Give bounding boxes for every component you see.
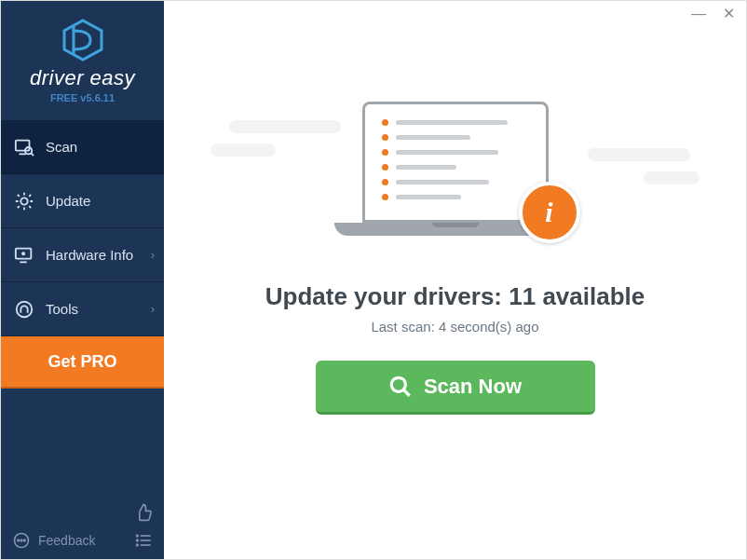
nav-item-hardware-info[interactable]: Hardware Info › bbox=[1, 228, 164, 282]
main-panel: i Update your drivers: 11 available Last… bbox=[164, 27, 746, 559]
search-icon bbox=[388, 375, 413, 399]
tools-icon bbox=[14, 299, 34, 320]
svg-point-12 bbox=[17, 301, 33, 317]
feedback-button[interactable]: Feedback bbox=[12, 531, 95, 550]
scan-now-label: Scan Now bbox=[424, 375, 522, 399]
scan-now-button[interactable]: Scan Now bbox=[316, 361, 595, 415]
thumbs-up-icon[interactable] bbox=[134, 503, 153, 522]
decorative-cloud bbox=[588, 148, 690, 161]
nav-label: Update bbox=[46, 193, 90, 209]
svg-point-16 bbox=[18, 540, 20, 541]
nav-label: Tools bbox=[46, 301, 78, 317]
get-pro-button[interactable]: Get PRO bbox=[1, 336, 164, 389]
monitor-search-icon bbox=[14, 137, 34, 157]
decorative-cloud bbox=[229, 120, 341, 133]
svg-point-22 bbox=[137, 535, 139, 537]
svg-point-24 bbox=[137, 544, 139, 546]
sidebar: driver easy FREE v5.6.11 Scan Update bbox=[1, 1, 164, 559]
list-menu-icon[interactable] bbox=[134, 531, 153, 550]
svg-point-18 bbox=[24, 540, 26, 541]
feedback-label: Feedback bbox=[38, 533, 95, 548]
svg-rect-3 bbox=[16, 140, 30, 150]
svg-point-23 bbox=[137, 540, 139, 541]
logo-block: driver easy FREE v5.6.11 bbox=[1, 1, 164, 115]
laptop-illustration: i bbox=[334, 102, 577, 260]
svg-marker-0 bbox=[64, 20, 102, 60]
close-button[interactable]: ✕ bbox=[723, 7, 735, 21]
nav-item-scan[interactable]: Scan bbox=[1, 120, 164, 174]
minimize-button[interactable]: — bbox=[691, 7, 706, 21]
svg-point-7 bbox=[20, 198, 27, 204]
svg-point-25 bbox=[391, 377, 405, 391]
headline: Update your drivers: 11 available bbox=[265, 282, 645, 311]
brand-name: driver easy bbox=[1, 66, 164, 90]
svg-line-26 bbox=[403, 389, 410, 396]
decorative-cloud bbox=[211, 143, 276, 157]
nav-item-tools[interactable]: Tools › bbox=[1, 282, 164, 336]
decorative-cloud bbox=[644, 171, 699, 184]
info-badge-icon: i bbox=[519, 182, 580, 243]
svg-point-10 bbox=[22, 253, 24, 254]
chevron-right-icon: › bbox=[151, 303, 155, 316]
version-label: FREE v5.6.11 bbox=[1, 92, 164, 103]
last-scan-label: Last scan: 4 second(s) ago bbox=[371, 319, 538, 335]
nav-item-update[interactable]: Update bbox=[1, 174, 164, 228]
nav-label: Scan bbox=[46, 139, 77, 155]
chevron-right-icon: › bbox=[151, 249, 155, 262]
gear-update-icon bbox=[14, 191, 34, 212]
svg-point-17 bbox=[20, 540, 22, 541]
nav: Scan Update Hardware Info › Tools bbox=[1, 120, 164, 389]
chat-icon bbox=[12, 531, 31, 550]
app-logo-icon bbox=[61, 18, 105, 62]
get-pro-label: Get PRO bbox=[48, 352, 116, 372]
nav-label: Hardware Info bbox=[46, 247, 133, 263]
monitor-info-icon bbox=[14, 245, 34, 266]
svg-line-6 bbox=[31, 153, 34, 156]
